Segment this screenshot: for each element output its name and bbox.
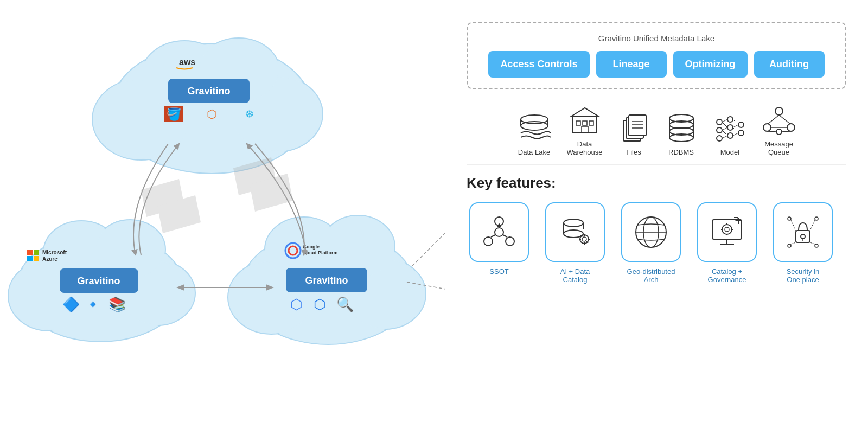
svg-rect-74 xyxy=(589,121,593,125)
svg-point-112 xyxy=(787,124,795,131)
svg-rect-73 xyxy=(583,121,587,125)
svg-line-106 xyxy=(733,119,738,125)
svg-point-95 xyxy=(717,136,722,141)
svg-line-105 xyxy=(722,136,727,138)
svg-point-99 xyxy=(738,122,744,127)
tab-access-controls: Access Controls xyxy=(488,51,589,78)
kf-ai-label: AI + DataCatalog xyxy=(560,267,590,284)
svg-line-117 xyxy=(768,131,776,132)
ds-warehouse-label: DataWarehouse xyxy=(567,140,603,156)
files-icon xyxy=(619,114,649,144)
svg-text:🪣: 🪣 xyxy=(167,107,182,122)
ds-files: Files xyxy=(619,114,649,156)
catalog-governance-icon xyxy=(708,213,746,251)
kf-catalog-label: Catalog +Governance xyxy=(708,267,746,284)
svg-point-146 xyxy=(722,225,732,234)
ssot-icon-box xyxy=(469,202,529,262)
ai-catalog-icon-box xyxy=(545,202,605,262)
svg-line-118 xyxy=(782,131,790,132)
feature-tabs: Access Controls Lineage Optimizing Audit… xyxy=(478,51,834,78)
svg-rect-28 xyxy=(34,250,39,255)
svg-point-111 xyxy=(763,124,771,131)
rdbms-icon xyxy=(665,114,698,144)
svg-point-93 xyxy=(717,119,722,125)
svg-line-101 xyxy=(722,119,727,122)
geo-arch-icon-box xyxy=(621,202,681,262)
svg-line-162 xyxy=(791,220,796,231)
svg-rect-30 xyxy=(34,256,39,261)
svg-text:❄: ❄ xyxy=(245,107,254,121)
kf-geo-label: Geo-distributedArch xyxy=(627,267,675,284)
svg-point-158 xyxy=(788,217,791,220)
metadata-lake-container: Gravitino Unified Metadata Lake Access C… xyxy=(467,22,846,89)
gcp-cloud: Google Cloud Platform Gravitino ⬡ ⬡ 🔍 xyxy=(228,215,426,344)
svg-point-100 xyxy=(738,130,744,136)
svg-point-113 xyxy=(776,129,782,135)
key-features-title: Key features: xyxy=(467,175,846,191)
ds-rdbms: RDBMS xyxy=(665,114,698,156)
svg-point-98 xyxy=(727,133,733,138)
svg-rect-29 xyxy=(27,256,33,261)
ds-data-lake-label: Data Lake xyxy=(518,148,550,156)
svg-line-163 xyxy=(810,220,815,231)
svg-rect-27 xyxy=(27,250,33,255)
svg-point-128 xyxy=(564,219,583,227)
svg-line-108 xyxy=(733,127,738,133)
tab-lineage: Lineage xyxy=(596,51,667,78)
aws-cloud: aws Gravitino 🪣 ⬡ ❄ xyxy=(92,38,323,174)
svg-line-115 xyxy=(779,115,790,124)
svg-line-125 xyxy=(503,235,507,237)
data-warehouse-icon xyxy=(569,106,601,136)
svg-point-94 xyxy=(717,127,722,133)
tab-optimizing: Optimizing xyxy=(673,51,748,78)
svg-point-110 xyxy=(775,107,783,115)
svg-point-96 xyxy=(727,117,733,122)
model-icon xyxy=(714,114,746,144)
svg-text:🔍: 🔍 xyxy=(336,296,354,313)
metadata-lake-title: Gravitino Unified Metadata Lake xyxy=(478,34,834,43)
message-queue-icon xyxy=(763,106,795,136)
svg-rect-143 xyxy=(712,220,742,239)
svg-text:aws: aws xyxy=(179,57,195,67)
svg-rect-78 xyxy=(629,115,646,136)
data-sources-row: Data Lake DataWarehouse xyxy=(467,100,846,159)
kf-security-label: Security inOne place xyxy=(787,267,820,284)
svg-text:🔹: 🔹 xyxy=(84,296,102,313)
svg-line-107 xyxy=(733,125,738,127)
svg-text:Gravitino: Gravitino xyxy=(305,275,348,286)
svg-line-114 xyxy=(768,115,779,124)
ai-catalog-icon xyxy=(556,213,594,251)
svg-line-102 xyxy=(722,122,727,127)
kf-geo-arch: Geo-distributedArch xyxy=(618,202,684,284)
divider xyxy=(467,164,846,165)
svg-text:Azure: Azure xyxy=(42,256,58,262)
svg-text:🔷: 🔷 xyxy=(62,296,80,313)
kf-security: Security inOne place xyxy=(770,202,835,284)
svg-line-165 xyxy=(810,242,815,244)
svg-point-147 xyxy=(725,227,729,232)
svg-text:Cloud Platform: Cloud Platform xyxy=(303,250,338,255)
right-panel: Gravitino Unified Metadata Lake Access C… xyxy=(445,0,868,422)
data-lake-icon xyxy=(518,114,551,144)
key-features-grid: SSOT xyxy=(467,202,846,284)
svg-text:⬡: ⬡ xyxy=(290,296,303,312)
architecture-diagram: aws Gravitino 🪣 ⬡ ❄ xyxy=(0,0,445,422)
svg-point-120 xyxy=(484,237,493,246)
geo-arch-icon xyxy=(632,213,670,251)
svg-line-109 xyxy=(733,133,738,136)
svg-point-160 xyxy=(788,244,791,247)
ssot-icon xyxy=(480,213,518,251)
ds-data-warehouse: DataWarehouse xyxy=(567,106,603,156)
ds-model-label: Model xyxy=(720,148,739,156)
ds-data-lake: Data Lake xyxy=(518,114,551,156)
svg-line-63 xyxy=(412,212,445,266)
svg-line-104 xyxy=(722,130,727,136)
svg-point-122 xyxy=(495,228,503,236)
tab-auditing: Auditing xyxy=(754,51,825,78)
svg-text:Gravitino: Gravitino xyxy=(77,276,120,286)
security-icon xyxy=(784,213,822,251)
svg-point-161 xyxy=(815,244,818,247)
kf-catalog-governance: Catalog +Governance xyxy=(694,202,760,284)
svg-point-156 xyxy=(801,234,805,239)
ds-model: Model xyxy=(714,114,746,156)
